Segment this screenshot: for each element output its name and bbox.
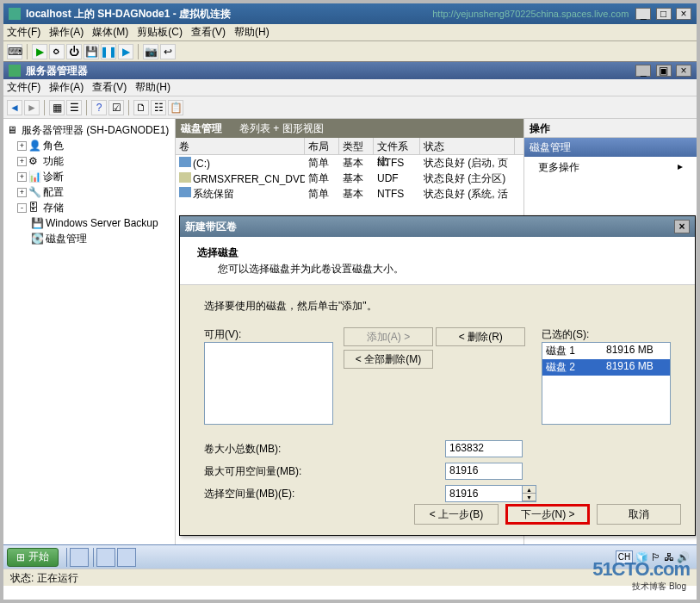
expand-icon[interactable]: + (17, 188, 27, 197)
available-label: 可用(V): (204, 327, 333, 342)
back-icon[interactable]: ◄ (7, 100, 22, 115)
tree-diagnostics[interactable]: +📊诊断 (7, 169, 171, 184)
collapse-icon[interactable]: - (17, 203, 27, 213)
cell: (C:) (193, 158, 210, 170)
options-icon[interactable]: ☑ (108, 100, 124, 115)
vm-title-text: localhost 上的 SH-DAGNode1 - 虚拟机连接 (26, 7, 432, 22)
next-button[interactable]: 下一步(N) > (505, 504, 590, 525)
add-button[interactable]: 添加(A) > (344, 327, 433, 346)
action-icon[interactable]: ☷ (151, 100, 166, 115)
save-icon[interactable]: 💾 (84, 44, 99, 59)
server-icon: 🖥 (7, 124, 19, 136)
cell: 基本 (339, 171, 374, 187)
back-button[interactable]: < 上一步(B) (414, 504, 499, 525)
volume-row[interactable]: GRMSXFRER_CN_DVD (D:) 简单 基本 UDF 状态良好 (主分… (176, 171, 523, 186)
server-menu-help[interactable]: 帮助(H) (135, 80, 170, 95)
tree-root[interactable]: 🖥服务器管理器 (SH-DAGNODE1) (7, 122, 171, 138)
turnoff-icon[interactable]: ⭘ (49, 44, 65, 59)
volume-icon (179, 187, 191, 197)
col-filesystem[interactable]: 文件系统 (374, 138, 420, 154)
tree-wsb[interactable]: 💾Windows Server Backup (7, 215, 171, 231)
snapshot-icon[interactable]: 📷 (143, 44, 158, 59)
properties-icon[interactable]: 📋 (168, 100, 183, 115)
cancel-button[interactable]: 取消 (597, 504, 681, 525)
roles-icon: 👤 (28, 140, 40, 152)
tree-roles[interactable]: +👤角色 (7, 138, 171, 153)
server-close-button[interactable]: × (676, 65, 691, 77)
revert-icon[interactable]: ↩ (160, 44, 176, 59)
col-layout[interactable]: 布局 (305, 138, 339, 154)
col-status[interactable]: 状态 (420, 138, 515, 154)
more-actions-item[interactable]: 更多操作▸ (524, 157, 697, 178)
vm-close-button[interactable]: × (676, 8, 691, 20)
list-item[interactable]: 磁盘 281916 MB (542, 359, 670, 376)
cell: NTFS (374, 187, 420, 201)
separator (66, 548, 67, 567)
remove-all-button[interactable]: < 全部删除(M) (344, 350, 433, 369)
reset-icon[interactable]: ▶ (118, 44, 133, 59)
tree-diskmgmt[interactable]: 💽磁盘管理 (7, 231, 171, 246)
volume-grid-header: 卷 布局 类型 文件系统 状态 (176, 138, 523, 155)
server-window-buttons: _ ▣ × (634, 65, 691, 77)
available-listbox[interactable] (204, 342, 333, 425)
tree-storage[interactable]: -🗄存储 (7, 200, 171, 215)
list-icon[interactable]: ☰ (66, 100, 82, 115)
start-button[interactable]: ⊞开始 (7, 548, 59, 567)
taskbar-explorer-icon[interactable] (96, 548, 115, 567)
cell: UDF (374, 171, 420, 185)
vm-menu-media[interactable]: 媒体(M) (92, 25, 128, 40)
actions-header: 操作 (524, 119, 697, 138)
volume-row[interactable]: (C:) 简单 基本 NTFS 状态良好 (启动, 页 (176, 155, 523, 171)
status-text: 状态: 正在运行 (10, 572, 78, 584)
ctrl-alt-del-icon[interactable]: ⌨ (7, 44, 22, 59)
vm-window-buttons: _ □ × (634, 8, 691, 20)
vm-minimize-button[interactable]: _ (635, 8, 651, 20)
spin-down-icon[interactable]: ▼ (523, 494, 536, 501)
start-icon[interactable]: ▶ (32, 44, 47, 59)
vm-url-overlay: http://yejunsheng870225china.spaces.live… (432, 9, 629, 19)
max-space-value: 81916 (445, 463, 523, 480)
server-minimize-button[interactable]: _ (635, 65, 651, 77)
list-item[interactable]: 磁盘 181916 MB (542, 343, 670, 359)
cell: 简单 (305, 171, 339, 187)
help-icon[interactable]: ? (91, 100, 107, 115)
col-volume[interactable]: 卷 (176, 138, 305, 154)
tree-config[interactable]: +🔧配置 (7, 184, 171, 200)
details-icon[interactable]: ▦ (49, 100, 65, 115)
vm-menu-help[interactable]: 帮助(H) (234, 25, 269, 40)
vm-menu-clipboard[interactable]: 剪贴板(C) (137, 25, 183, 40)
vm-menu-view[interactable]: 查看(V) (191, 25, 226, 40)
tree-features[interactable]: +⚙功能 (7, 153, 171, 169)
expand-icon[interactable]: + (17, 157, 27, 166)
pause-icon[interactable]: ❚❚ (101, 44, 116, 59)
vm-menu-file[interactable]: 文件(F) (7, 25, 40, 40)
selected-listbox[interactable]: 磁盘 181916 MB 磁盘 281916 MB (542, 342, 671, 425)
dialog-close-button[interactable]: × (674, 220, 690, 233)
expand-icon[interactable]: + (17, 141, 27, 151)
expand-icon[interactable]: + (17, 172, 27, 182)
tree-storage-label: 存储 (43, 201, 64, 215)
storage-icon: 🗄 (28, 202, 40, 214)
vm-maximize-button[interactable]: □ (656, 8, 672, 20)
volume-row[interactable]: 系统保留 简单 基本 NTFS 状态良好 (系统, 活 (176, 186, 523, 202)
taskbar-app-icon[interactable] (117, 548, 136, 567)
col-type[interactable]: 类型 (339, 138, 374, 154)
server-menu-file[interactable]: 文件(F) (7, 80, 40, 95)
cell: 状态良好 (系统, 活 (420, 186, 515, 202)
shutdown-icon[interactable]: ⏻ (66, 44, 82, 59)
server-title-text: 服务器管理器 (26, 64, 634, 78)
vm-menu-action[interactable]: 操作(A) (49, 25, 84, 40)
taskbar-servermanager-icon[interactable] (70, 548, 89, 567)
forward-icon[interactable]: ► (24, 100, 40, 115)
server-icon (9, 65, 21, 77)
remove-button[interactable]: < 删除(R) (436, 327, 525, 346)
server-maximize-button[interactable]: ▣ (656, 65, 672, 77)
tree-diag-label: 诊断 (43, 170, 64, 184)
dialog-body: 选择要使用的磁盘，然后单击"添加"。 可用(V): 添加(A) > < 删除(R… (180, 285, 695, 521)
tree-diskmgmt-label: 磁盘管理 (46, 232, 87, 246)
select-space-input[interactable] (445, 485, 523, 502)
spin-up-icon[interactable]: ▲ (523, 486, 536, 494)
refresh-icon[interactable]: 🗋 (133, 100, 149, 115)
server-menu-view[interactable]: 查看(V) (92, 80, 127, 95)
server-menu-action[interactable]: 操作(A) (49, 80, 84, 95)
